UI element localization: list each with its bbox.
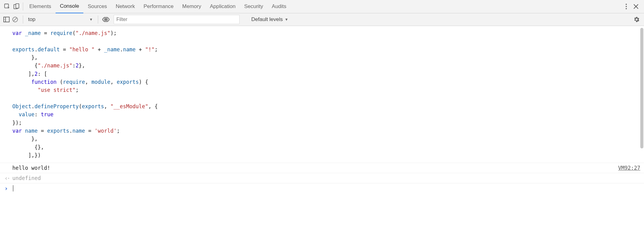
svg-rect-2 (16, 4, 19, 8)
console-prompt[interactable] (0, 183, 644, 193)
console-toolbar: top ▼ Default levels ▼ (0, 13, 644, 26)
svg-point-3 (625, 4, 627, 5)
tab-application[interactable]: Application (206, 0, 240, 13)
result-value: undefined (12, 175, 41, 181)
context-label: top (28, 16, 36, 23)
clear-console-icon[interactable] (10, 16, 20, 23)
execution-context-selector[interactable]: top ▼ (26, 16, 95, 23)
console-log-row: hello world! VM92:27 (0, 163, 644, 173)
tab-console[interactable]: Console (56, 0, 83, 14)
svg-point-5 (625, 8, 627, 9)
separator (98, 15, 98, 24)
tab-audits[interactable]: Audits (267, 0, 291, 13)
close-devtools-icon[interactable] (630, 4, 642, 9)
separator (23, 2, 23, 11)
console-result-row: undefined (0, 173, 644, 183)
tab-network[interactable]: Network (111, 0, 139, 13)
device-toolbar-icon[interactable] (12, 3, 21, 10)
log-levels-selector[interactable]: Default levels ▼ (251, 16, 288, 23)
filter-input[interactable] (114, 15, 240, 24)
svg-point-4 (625, 6, 627, 7)
console-settings-icon[interactable] (632, 16, 642, 23)
chevron-down-icon: ▼ (89, 17, 93, 22)
tab-memory[interactable]: Memory (178, 0, 205, 13)
devtools-tabbar: Elements Console Sources Network Perform… (0, 0, 644, 13)
scrollbar-thumb[interactable] (640, 28, 643, 148)
tab-performance[interactable]: Performance (139, 0, 178, 13)
log-message: hello world! (12, 165, 50, 171)
chevron-down-icon: ▼ (285, 17, 288, 22)
tab-elements[interactable]: Elements (25, 0, 56, 13)
tab-sources[interactable]: Sources (83, 0, 111, 13)
console-output: var _name = require("./name.js"); export… (0, 26, 644, 227)
inspect-element-icon[interactable] (2, 3, 12, 10)
cursor (13, 185, 13, 191)
separator (23, 15, 23, 24)
source-link[interactable]: VM92:27 (618, 165, 640, 171)
levels-label: Default levels (251, 16, 283, 23)
svg-point-8 (105, 19, 107, 20)
more-options-icon[interactable] (622, 3, 630, 10)
console-sidebar-toggle-icon[interactable] (2, 17, 10, 22)
code-block: var _name = require("./name.js"); export… (0, 26, 644, 163)
live-expression-icon[interactable] (101, 17, 111, 22)
tab-security[interactable]: Security (240, 0, 267, 13)
vertical-scrollbar[interactable] (639, 26, 644, 227)
